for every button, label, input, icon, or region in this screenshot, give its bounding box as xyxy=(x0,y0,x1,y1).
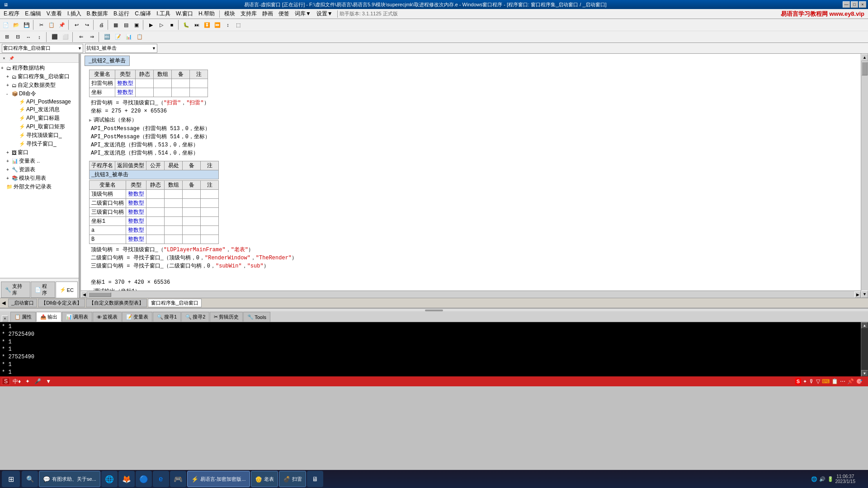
scroll-track[interactable] xyxy=(861,61,868,291)
tb-debug6[interactable]: ⬚ xyxy=(233,20,243,30)
tree-node-window-set[interactable]: + 🗂 窗口程序集_启动窗口 xyxy=(1,72,78,81)
maximize-button[interactable]: □ xyxy=(851,1,858,8)
tb-t1[interactable]: ⊞ xyxy=(2,32,12,42)
tab-varlist[interactable]: 📝 变量表 xyxy=(122,312,152,322)
tray-network[interactable]: 🌐 xyxy=(811,476,817,482)
menu-note[interactable]: 便签 xyxy=(276,9,292,19)
support-tab[interactable]: 🔧 支持库 xyxy=(1,282,30,298)
taskbar-app-minesweeper[interactable]: 💣 扫雷 xyxy=(279,471,306,487)
tb-t9[interactable]: 🔤 xyxy=(102,32,112,42)
tray-kb[interactable]: ⌨ xyxy=(822,378,830,385)
output-close-btn[interactable]: × xyxy=(2,315,8,322)
h-scroll-thumb[interactable] xyxy=(89,292,111,297)
out-scroll-down[interactable]: ▼ xyxy=(861,370,868,376)
out-scroll-up[interactable]: ▲ xyxy=(861,322,868,328)
scroll-up-btn[interactable]: ▲ xyxy=(861,54,868,61)
close-button[interactable]: × xyxy=(859,1,866,8)
tree-node-custom-type[interactable]: + 🗂 自定义数据类型 xyxy=(1,81,78,89)
tree-node-dll[interactable]: - 📦 Dll命令 xyxy=(1,89,78,98)
tree-node-api-title[interactable]: ⚡ API_窗口标题 xyxy=(1,114,78,122)
breadcrumb-dll[interactable]: 【Dll命令定义表】 xyxy=(38,299,85,307)
menu-support[interactable]: 支持库 xyxy=(238,9,259,19)
scroll-thumb[interactable] xyxy=(862,62,868,75)
tb-paste[interactable]: 📌 xyxy=(57,20,67,30)
tray-pin2[interactable]: 📌 xyxy=(847,378,854,385)
tb-cut[interactable]: ✂ xyxy=(36,20,46,30)
breadcrumb-startup[interactable]: _启动窗口 xyxy=(8,299,37,307)
tb-t6[interactable]: ⬜ xyxy=(61,32,71,42)
tab-property[interactable]: 📋 属性 xyxy=(10,312,36,322)
tb-debug4[interactable]: ⏩ xyxy=(212,20,222,30)
tb-view3[interactable]: ▣ xyxy=(132,20,142,30)
scroll-right-btn[interactable]: ▶ xyxy=(854,291,861,298)
scroll-left-btn[interactable]: ◀ xyxy=(81,291,87,298)
breadcrumb-custom[interactable]: 【自定义数据换类型表】 xyxy=(86,299,147,307)
taskbar-chrome-btn[interactable]: 🔵 xyxy=(136,471,152,487)
ime-mic[interactable]: 🎤 xyxy=(33,378,43,385)
ime-dot[interactable]: ✦ xyxy=(24,378,32,385)
tray-arr2[interactable]: ▽ xyxy=(816,378,820,385)
program-tab[interactable]: 📄 程序 xyxy=(31,282,55,298)
tree-node-resource[interactable]: + 🔧 资源表 xyxy=(1,165,78,174)
taskbar-app-laobiao[interactable]: 👴 老表 xyxy=(251,471,278,487)
tb-run2[interactable]: ▷ xyxy=(156,20,166,30)
tree-node-window[interactable]: + 🖼 窗口 xyxy=(1,148,78,157)
menu-tools[interactable]: I.工具 xyxy=(154,9,173,19)
tb-debug1[interactable]: 🐛 xyxy=(181,20,191,30)
taskbar-browser-btn[interactable]: 🌐 xyxy=(101,471,118,487)
tb-t4[interactable]: ↕ xyxy=(34,32,44,42)
sub2-header-cell[interactable]: _抗钮3_被单击 xyxy=(90,170,219,179)
tb-stop[interactable]: ■ xyxy=(167,20,177,30)
tb-t3[interactable]: ↔ xyxy=(24,32,33,42)
tree-node-varlist[interactable]: + 📊 变量表 .. xyxy=(1,157,78,165)
taskbar-app-help[interactable]: 💬 有图求助、关于se... xyxy=(39,471,100,487)
tree-node-module-ref[interactable]: + 📚 模块引用表 xyxy=(1,174,78,183)
sub1-header[interactable]: _抗钮2_被单击 xyxy=(85,56,130,66)
menu-view[interactable]: V.查看 xyxy=(44,9,65,19)
tree-node-api-post[interactable]: ⚡ API_PostMessage xyxy=(1,98,78,105)
ec-tab[interactable]: ⚡ EC xyxy=(56,282,78,298)
lp-pin[interactable]: 📌 xyxy=(8,55,14,61)
scroll-down-btn[interactable]: ▼ xyxy=(861,291,868,298)
menu-dict[interactable]: 词库▼ xyxy=(292,9,314,19)
tb-t10[interactable]: 📝 xyxy=(113,32,123,42)
subroutine-combo[interactable]: 抗钮3_被单击 ▼ xyxy=(85,44,157,53)
menu-program[interactable]: E.程序 xyxy=(1,9,22,19)
tray-speaker[interactable]: 🔊 xyxy=(819,476,826,482)
horizontal-scrollbar[interactable]: ◀ ▶ xyxy=(81,291,861,298)
taskbar-extra-btn[interactable]: 🖥 xyxy=(307,471,323,487)
tb-view2[interactable]: ▤ xyxy=(121,20,131,30)
out-scroll-track[interactable] xyxy=(861,328,868,370)
tray-star[interactable]: ✦ xyxy=(803,379,807,385)
resize-handle[interactable] xyxy=(0,308,868,311)
menu-window[interactable]: W.窗口 xyxy=(173,9,196,19)
tb-t12[interactable]: 📋 xyxy=(135,32,145,42)
tb-undo[interactable]: ↩ xyxy=(71,20,81,30)
tab-output[interactable]: 📤 输出 xyxy=(36,312,61,322)
tb-debug2[interactable]: ⏭ xyxy=(192,20,202,30)
minimize-button[interactable]: — xyxy=(843,1,850,8)
tree-node-api-rect[interactable]: ⚡ API_取窗口矩形 xyxy=(1,122,78,131)
tree-node-find-top[interactable]: ⚡ 寻找顶级窗口_ xyxy=(1,131,78,140)
ime-s-icon[interactable]: S xyxy=(2,378,10,385)
taskbar-app-yy[interactable]: ⚡ 易语言-加密加密版... xyxy=(187,471,250,487)
taskbar-ie-btn[interactable]: e xyxy=(153,471,169,487)
tb-debug5[interactable]: ↕ xyxy=(223,20,233,30)
tb-view1[interactable]: ▦ xyxy=(111,20,121,30)
tab-tools[interactable]: 🔧 Tools xyxy=(243,312,270,322)
tb-t7[interactable]: ⇐ xyxy=(76,32,86,42)
tb-t2[interactable]: ⊟ xyxy=(13,32,23,42)
tray-target[interactable]: 🎯 xyxy=(856,378,863,385)
tb-redo[interactable]: ↪ xyxy=(82,20,92,30)
tab-search2[interactable]: 🔍 搜寻2 xyxy=(181,312,209,322)
tb-new[interactable]: 📄 xyxy=(1,20,11,30)
tree-node-api-send[interactable]: ⚡ API_发送消息 xyxy=(1,105,78,114)
ime-arrow[interactable]: ▼ xyxy=(44,378,53,385)
tray-mic2[interactable]: 🎙 xyxy=(809,378,814,385)
start-button[interactable]: ⊞ xyxy=(2,471,20,487)
menu-database[interactable]: B.数据库 xyxy=(84,9,111,19)
tab-search1[interactable]: 🔍 搜寻1 xyxy=(153,312,181,322)
menu-compile[interactable]: C.编译 xyxy=(132,9,154,19)
menu-still[interactable]: 静画 xyxy=(259,9,276,19)
tb-t8[interactable]: ⇒ xyxy=(87,32,97,42)
